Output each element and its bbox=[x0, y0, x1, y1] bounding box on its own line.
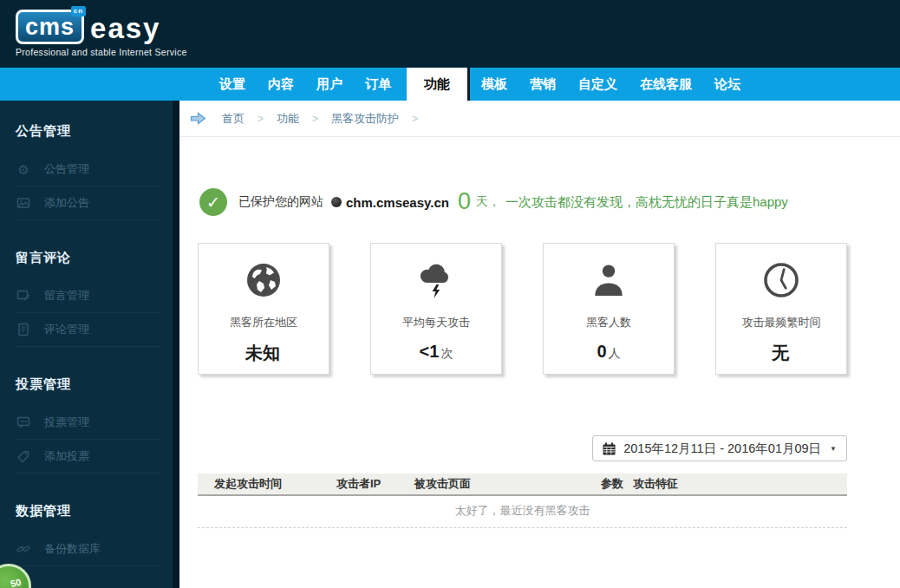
clock-icon bbox=[760, 258, 802, 303]
nav-item-orders[interactable]: 订单 bbox=[354, 68, 402, 101]
person-icon bbox=[588, 258, 629, 303]
date-range-label: 2015年12月11日 - 2016年01月09日 bbox=[623, 441, 821, 457]
gear-icon: ⚙ bbox=[16, 162, 31, 177]
nav-item-content[interactable]: 内容 bbox=[257, 68, 305, 101]
logo-cms-box: cms cn bbox=[16, 10, 84, 44]
globe-icon bbox=[243, 258, 284, 303]
sidebar-item-backup-database[interactable]: 备份数据库 bbox=[16, 532, 160, 566]
breadcrumb-hacker-protection[interactable]: 黑客攻击防护 bbox=[331, 111, 399, 127]
nav-item-templates[interactable]: 模板 bbox=[470, 68, 518, 101]
protected-days-unit: 天， bbox=[476, 194, 500, 210]
nav-item-custom[interactable]: 自定义 bbox=[567, 68, 629, 101]
logo-cms-text: cms bbox=[25, 14, 75, 40]
nav-item-settings[interactable]: 设置 bbox=[208, 68, 257, 101]
sidebar-item-label: 添加公告 bbox=[44, 195, 89, 211]
attack-log-table: 发起攻击时间 攻击者IP 被攻击页面 参数 攻击特征 太好了，最近没有黑客攻击 bbox=[198, 474, 847, 528]
stat-label: 黑客所在地区 bbox=[230, 315, 297, 330]
sidebar-section-announcements: 公告管理 bbox=[16, 123, 173, 140]
stat-label: 平均每天攻击 bbox=[402, 315, 470, 330]
column-attack-time: 发起攻击时间 bbox=[198, 476, 336, 492]
sidebar-item-vote-add[interactable]: 添加投票 bbox=[16, 440, 160, 474]
sidebar-item-label: 留言管理 bbox=[44, 288, 89, 304]
stat-card-peak-time: 攻击最频繁时间 无 bbox=[715, 243, 847, 375]
sidebar-item-label: 备份数据库 bbox=[44, 541, 101, 557]
column-params: 参数 bbox=[601, 476, 633, 492]
column-attacked-page: 被攻击页面 bbox=[414, 476, 601, 492]
nav-item-users[interactable]: 用户 bbox=[305, 68, 354, 101]
nav-item-marketing[interactable]: 营销 bbox=[518, 68, 567, 101]
protection-prefix: 已保护您的网站 bbox=[238, 194, 323, 210]
breadcrumb-home[interactable]: 首页 bbox=[222, 111, 245, 127]
breadcrumb-features[interactable]: 功能 bbox=[277, 111, 299, 127]
sidebar-section-votes: 投票管理 bbox=[16, 376, 173, 394]
sidebar-section-messages: 留言评论 bbox=[16, 250, 173, 267]
nav-item-online-service[interactable]: 在线客服 bbox=[629, 68, 703, 101]
top-header-bar: cms cn easy Professional and stable Inte… bbox=[0, 0, 900, 68]
breadcrumb: 首页 > 功能 > 黑客攻击防护 > bbox=[179, 101, 900, 137]
document-icon bbox=[16, 323, 31, 337]
stat-value: 未知 bbox=[245, 342, 282, 365]
nav-item-forum[interactable]: 论坛 bbox=[703, 68, 752, 101]
protection-message: 一次攻击都没有发现，高枕无忧的日子真是happy bbox=[505, 194, 788, 211]
logo-cn-badge: cn bbox=[71, 6, 86, 16]
stat-value: <1次 bbox=[420, 342, 453, 362]
stat-label: 黑客人数 bbox=[586, 315, 631, 330]
image-icon bbox=[16, 196, 31, 211]
date-range-picker[interactable]: 2015年12月11日 - 2016年01月09日 ▼ bbox=[592, 435, 847, 461]
sidebar-item-label: 添加投票 bbox=[44, 448, 89, 464]
sidebar-item-label: 评论管理 bbox=[44, 322, 89, 337]
protected-days-count: 0 bbox=[458, 188, 471, 215]
sidebar-item-announcement-add[interactable]: 添加公告 bbox=[16, 186, 160, 220]
sidebar-item-label: 投票管理 bbox=[44, 415, 89, 430]
link-icon bbox=[16, 542, 31, 557]
message-edit-icon bbox=[16, 289, 31, 304]
breadcrumb-separator: > bbox=[258, 113, 264, 125]
sidebar-section-data: 数据管理 bbox=[16, 503, 173, 520]
security-score-value: 50 bbox=[10, 577, 22, 588]
breadcrumb-separator: > bbox=[412, 113, 418, 125]
main-content: 首页 > 功能 > 黑客攻击防护 > ✓ 已保护您的网站 chm.cmseasy… bbox=[179, 101, 900, 588]
site-favicon-icon bbox=[331, 197, 342, 207]
stat-card-hacker-region: 黑客所在地区 未知 bbox=[198, 243, 329, 375]
calendar-icon bbox=[603, 442, 616, 455]
storm-cloud-icon bbox=[415, 258, 457, 303]
date-range-row: 2015年12月11日 - 2016年01月09日 ▼ bbox=[179, 435, 900, 461]
cmseasy-logo: cms cn easy Professional and stable Inte… bbox=[16, 10, 187, 57]
protected-site-name: chm.cmseasy.cn bbox=[346, 195, 449, 210]
sidebar-item-vote-manage[interactable]: 投票管理 bbox=[16, 406, 160, 440]
sidebar-item-announcement-manage[interactable]: ⚙ 公告管理 bbox=[16, 153, 160, 186]
main-nav-bar: 设置 内容 用户 订单 功能 模板 营销 自定义 在线客服 论坛 bbox=[0, 68, 900, 101]
attack-table-header: 发起攻击时间 攻击者IP 被攻击页面 参数 攻击特征 bbox=[198, 474, 847, 496]
sidebar-item-message-manage[interactable]: 留言管理 bbox=[16, 279, 160, 313]
stat-value: 无 bbox=[772, 342, 791, 365]
breadcrumb-separator: > bbox=[312, 113, 318, 125]
column-attack-signature: 攻击特征 bbox=[633, 476, 847, 492]
stat-card-daily-attacks: 平均每天攻击 <1次 bbox=[370, 243, 502, 375]
chevron-down-icon: ▼ bbox=[830, 445, 837, 453]
check-circle-icon: ✓ bbox=[199, 188, 227, 216]
stat-value: 0人 bbox=[597, 342, 620, 362]
sidebar-item-comment-manage[interactable]: 评论管理 bbox=[16, 313, 160, 347]
chat-bubble-icon bbox=[16, 415, 31, 430]
logo-easy-text: easy bbox=[90, 13, 160, 44]
protection-status-row: ✓ 已保护您的网站 chm.cmseasy.cn 0 天， 一次攻击都没有发现，… bbox=[199, 186, 900, 218]
breadcrumb-arrow-icon bbox=[190, 111, 206, 126]
table-empty-message: 太好了，最近没有黑客攻击 bbox=[198, 496, 847, 528]
stat-label: 攻击最频繁时间 bbox=[742, 315, 821, 330]
stat-card-hacker-count: 黑客人数 0人 bbox=[543, 243, 675, 375]
tag-icon bbox=[16, 449, 31, 464]
sidebar: 公告管理 ⚙ 公告管理 添加公告 留言评论 留言管理 评论管理 投票管理 bbox=[0, 101, 179, 588]
stat-cards-row: 黑客所在地区 未知 平均每天攻击 <1次 黑客人数 0人 bbox=[198, 243, 900, 375]
sidebar-item-label: 公告管理 bbox=[44, 161, 89, 177]
logo-tagline: Professional and stable Internet Service bbox=[16, 47, 187, 57]
nav-item-features[interactable]: 功能 bbox=[407, 68, 467, 101]
column-attacker-ip: 攻击者IP bbox=[336, 476, 414, 492]
